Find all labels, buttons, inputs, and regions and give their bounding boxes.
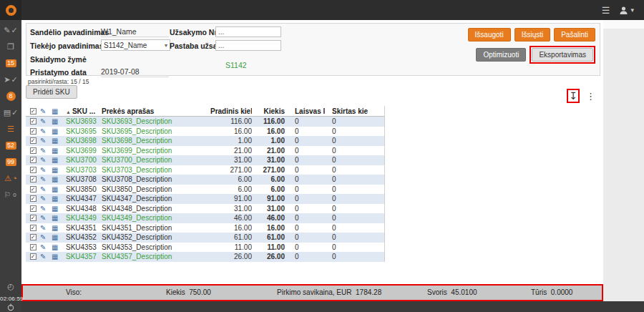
row-description[interactable]: SKU3693_Description xyxy=(102,117,210,125)
add-sku-button[interactable]: Pridėti SKU xyxy=(26,85,77,99)
row-grid-icon[interactable]: ▦ xyxy=(52,137,66,145)
row-edit-icon[interactable]: ✎ xyxy=(40,117,52,125)
row-edit-icon[interactable]: ✎ xyxy=(40,185,52,193)
send-button[interactable]: Išsiųsti xyxy=(514,28,551,42)
row-grid-icon[interactable]: ▦ xyxy=(52,175,66,183)
row-edit-icon[interactable]: ✎ xyxy=(40,175,52,183)
row-sku-link[interactable]: SKU3708 xyxy=(66,175,102,183)
user-menu[interactable]: ▾ xyxy=(619,6,634,15)
row-edit-icon[interactable]: ✎ xyxy=(40,166,52,174)
row-sku-link[interactable]: SKU3693 xyxy=(66,117,102,125)
remove-button[interactable]: Pašalinti xyxy=(554,28,595,42)
sidebar-tool[interactable]: ▤ ✓ xyxy=(4,107,19,117)
menu-icon[interactable]: ☰ xyxy=(602,5,610,16)
row-edit-icon[interactable]: ✎ xyxy=(40,233,52,241)
row-sku-link[interactable]: SKU3703 xyxy=(66,166,102,174)
row-description[interactable]: SKU3708_Description xyxy=(102,175,210,183)
sidebar-tool[interactable]: 99 xyxy=(6,157,16,167)
row-description[interactable]: SKU3850_Description xyxy=(102,185,210,193)
row-description[interactable]: SKU3699_Description xyxy=(102,147,210,155)
export-button[interactable]: Eksportavimas xyxy=(532,48,593,62)
row-sku-link[interactable]: SKU4357 xyxy=(66,253,102,260)
right-sidebar-item[interactable] xyxy=(603,20,644,29)
row-edit-icon[interactable]: ✎ xyxy=(40,253,52,260)
order-note-input[interactable] xyxy=(215,40,281,51)
row-sku-link[interactable]: SKU3695 xyxy=(66,127,102,135)
row-checkbox[interactable]: ✓ xyxy=(30,176,36,182)
sidebar-tool[interactable]: 8 xyxy=(6,91,16,101)
row-grid-icon[interactable]: ▦ xyxy=(52,185,66,193)
row-description[interactable]: SKU3700_Description xyxy=(102,156,210,164)
row-sku-link[interactable]: SKU4353 xyxy=(66,243,102,251)
row-edit-icon[interactable]: ✎ xyxy=(40,243,52,251)
right-sidebar-item[interactable] xyxy=(603,37,644,46)
sidebar-tool[interactable]: 52 xyxy=(6,140,16,150)
row-description[interactable]: SKU3695_Description xyxy=(102,127,210,135)
sidebar-tool[interactable]: ☰ xyxy=(7,124,14,134)
row-edit-icon[interactable]: ✎ xyxy=(40,137,52,145)
row-checkbox[interactable]: ✓ xyxy=(30,118,36,125)
row-description[interactable]: SKU4349_Description xyxy=(102,214,210,222)
row-edit-icon[interactable]: ✎ xyxy=(40,156,52,164)
sidebar-tool[interactable]: ⚐ 0 xyxy=(4,190,18,200)
row-grid-icon[interactable]: ▦ xyxy=(52,147,66,155)
download-icon[interactable]: ↧ xyxy=(569,91,577,101)
qty-column-header[interactable]: Kiekis xyxy=(252,107,285,115)
row-checkbox[interactable]: ✓ xyxy=(30,137,36,144)
row-grid-icon[interactable]: ▦ xyxy=(52,195,66,203)
row-checkbox[interactable]: ✓ xyxy=(30,157,36,163)
row-sku-link[interactable]: SKU4351 xyxy=(66,224,102,232)
select-all-checkbox[interactable]: ✓ xyxy=(30,108,36,114)
row-edit-icon[interactable]: ✎ xyxy=(40,224,52,232)
row-description[interactable]: SKU4357_Description xyxy=(102,253,210,260)
row-sku-link[interactable]: SKU4347 xyxy=(66,195,102,203)
description-column-header[interactable]: Prekės aprašas xyxy=(102,107,210,115)
sidebar-tool[interactable]: 15 xyxy=(6,58,16,68)
right-sidebar-item[interactable] xyxy=(603,29,644,37)
row-sku-link[interactable]: SKU3700 xyxy=(66,156,102,164)
row-sku-link[interactable]: SKU4352 xyxy=(66,233,102,241)
row-checkbox[interactable]: ✓ xyxy=(30,234,36,240)
row-grid-icon[interactable]: ▦ xyxy=(52,127,66,135)
row-checkbox[interactable]: ✓ xyxy=(30,195,36,202)
row-sku-link[interactable]: SKU3850 xyxy=(66,185,102,193)
initial-qty-column-header[interactable]: Pradinis kiekis xyxy=(210,107,252,115)
allocated-qty-column-header[interactable]: Skirtas kiekis xyxy=(325,107,368,115)
row-sku-link[interactable]: SKU4348 xyxy=(66,205,102,213)
row-description[interactable]: SKU3698_Description xyxy=(102,137,210,145)
sidebar-tool[interactable]: ✎ ✓ xyxy=(4,25,17,35)
row-grid-icon[interactable]: ▦ xyxy=(52,205,66,213)
row-checkbox[interactable]: ✓ xyxy=(30,244,36,250)
row-grid-icon[interactable]: ▦ xyxy=(52,156,66,164)
row-checkbox[interactable]: ✓ xyxy=(30,128,36,135)
row-checkbox[interactable]: ✓ xyxy=(30,225,36,231)
row-edit-icon[interactable]: ✎ xyxy=(40,147,52,155)
row-checkbox[interactable]: ✓ xyxy=(30,253,36,260)
save-button[interactable]: Išsaugoti xyxy=(468,28,511,42)
row-grid-icon[interactable]: ▦ xyxy=(52,243,66,251)
row-checkbox[interactable]: ✓ xyxy=(30,215,36,221)
row-grid-icon[interactable]: ▦ xyxy=(52,166,66,174)
row-grid-icon[interactable]: ▦ xyxy=(52,233,66,241)
row-edit-icon[interactable]: ✎ xyxy=(40,205,52,213)
row-description[interactable]: SKU4347_Description xyxy=(102,195,210,203)
sidebar-tool[interactable]: ⚠ ◔ xyxy=(4,173,17,183)
row-checkbox[interactable]: ✓ xyxy=(30,186,36,192)
row-grid-icon[interactable]: ▦ xyxy=(52,224,66,232)
row-description[interactable]: SKU4348_Description xyxy=(102,205,210,213)
row-grid-icon[interactable]: ▦ xyxy=(52,117,66,125)
free-qty-column-header[interactable]: Laisvas likutis xyxy=(285,107,325,115)
row-description[interactable]: SKU4352_Description xyxy=(102,233,210,241)
row-edit-icon[interactable]: ✎ xyxy=(40,127,52,135)
optimize-button[interactable]: Optimizuoti xyxy=(476,48,526,62)
row-sku-link[interactable]: SKU3699 xyxy=(66,147,102,155)
row-edit-icon[interactable]: ✎ xyxy=(40,214,52,222)
row-checkbox[interactable]: ✓ xyxy=(30,205,36,212)
kebab-menu-icon[interactable]: ⋮ xyxy=(584,89,597,103)
row-sku-link[interactable]: SKU3698 xyxy=(66,137,102,145)
row-description[interactable]: SKU3703_Description xyxy=(102,166,210,174)
row-checkbox[interactable]: ✓ xyxy=(30,147,36,154)
row-checkbox[interactable]: ✓ xyxy=(30,167,36,173)
app-logo[interactable] xyxy=(0,0,21,20)
row-sku-link[interactable]: SKU4349 xyxy=(66,214,102,222)
